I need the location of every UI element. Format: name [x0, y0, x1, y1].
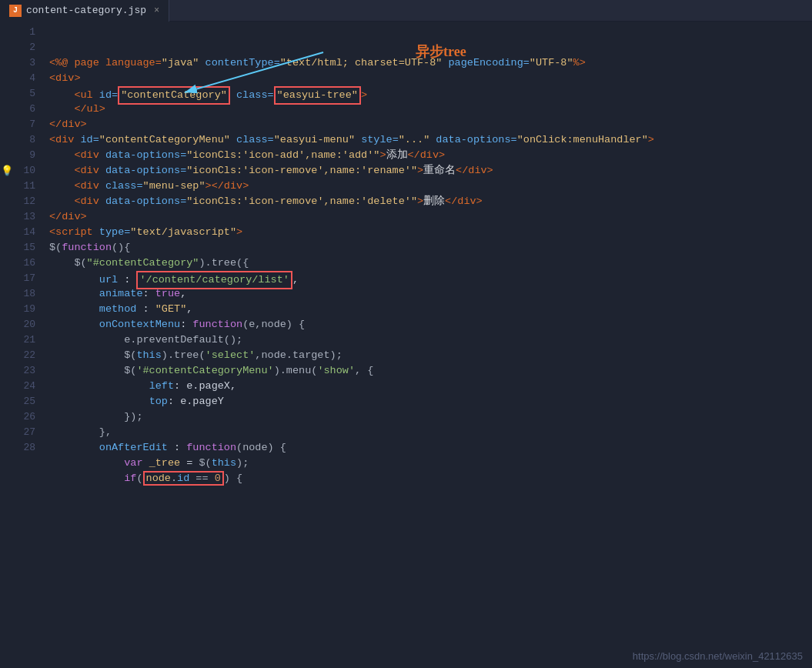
code-line: top: e.pageY	[49, 394, 812, 409]
gutter-cell	[0, 209, 14, 225]
tab-close-button[interactable]: ×	[154, 5, 159, 16]
gutter-cell: 💡	[0, 163, 14, 179]
code-line: },	[49, 425, 812, 440]
line-number: 1	[14, 25, 35, 40]
code-line: <ul id="contentCategory" class="easyui-t…	[49, 86, 812, 102]
gutter-cell	[0, 225, 14, 240]
line-number: 12	[14, 194, 35, 209]
line-number: 27	[14, 425, 35, 440]
code-line: animate: true,	[49, 286, 812, 302]
code-line: var _tree = $(this);	[49, 456, 812, 471]
gutter-cell	[0, 302, 14, 317]
line-number: 21	[14, 332, 35, 348]
line-number: 6	[14, 102, 35, 117]
line-number: 18	[14, 286, 35, 302]
code-line: left: e.pageX,	[49, 379, 812, 394]
bulb-icon: 💡	[1, 165, 13, 177]
code-line: <div class="menu-sep"></div>	[49, 179, 812, 194]
gutter-cell	[0, 71, 14, 86]
line-number: 13	[14, 209, 35, 225]
gutter-cell	[0, 332, 14, 348]
gutter-cell	[0, 286, 14, 302]
code-line: $(this).tree('select',node.target);	[49, 348, 812, 363]
gutter-cell	[0, 179, 14, 194]
code-line: method : "GET",	[49, 302, 812, 317]
line-number: 8	[14, 132, 35, 148]
line-number: 9	[14, 148, 35, 163]
gutter-cell	[0, 40, 14, 55]
code-line: </div>	[49, 117, 812, 132]
line-number: 2	[14, 40, 35, 55]
line-number: 7	[14, 117, 35, 132]
file-tab[interactable]: J content-category.jsp ×	[0, 0, 169, 22]
line-number: 3	[14, 55, 35, 71]
code-line: onContextMenu: function(e,node) {	[49, 317, 812, 332]
code-line: <div data-options="iconCls:'icon-remove'…	[49, 163, 812, 179]
line-number: 10	[14, 163, 35, 179]
gutter-cell	[0, 271, 14, 286]
line-numbers: 1234567891011121314151617181920212223242…	[14, 22, 42, 668]
gutter-cell	[0, 25, 14, 40]
line-number: 15	[14, 240, 35, 256]
code-line: </div>	[49, 209, 812, 225]
gutter-cell	[0, 379, 14, 394]
gutter-cell	[0, 117, 14, 132]
code-line: if(node.id == 0) {	[49, 471, 812, 486]
code-line: <div data-options="iconCls:'icon-add',na…	[49, 148, 812, 163]
line-number: 25	[14, 394, 35, 409]
line-number: 28	[14, 440, 35, 456]
code-line: });	[49, 409, 812, 425]
line-number: 5	[14, 86, 35, 102]
gutter-cell	[0, 317, 14, 332]
gutter-cell	[0, 363, 14, 379]
line-number: 19	[14, 302, 35, 317]
line-number: 4	[14, 71, 35, 86]
gutter-cell	[0, 348, 14, 363]
gutter-icons: 💡	[0, 22, 14, 456]
gutter-cell	[0, 425, 14, 440]
line-number: 23	[14, 363, 35, 379]
tab-filename: content-category.jsp	[26, 5, 146, 16]
code-line: <%@ page language="java" contentType="te…	[49, 55, 812, 71]
gutter-cell	[0, 240, 14, 256]
gutter-cell	[0, 102, 14, 117]
code-editor: 💡 12345678910111213141516171819202122232…	[0, 22, 812, 668]
gutter-cell	[0, 132, 14, 148]
tab-bar: J content-category.jsp ×	[0, 0, 812, 22]
line-number: 26	[14, 409, 35, 425]
gutter-cell	[0, 394, 14, 409]
line-number: 20	[14, 317, 35, 332]
line-number: 24	[14, 379, 35, 394]
code-line: $("#contentCategory").tree({	[49, 256, 812, 271]
code-line: <div data-options="iconCls:'icon-remove'…	[49, 194, 812, 209]
code-line: <div id="contentCategoryMenu" class="eas…	[49, 132, 812, 148]
gutter-cell	[0, 55, 14, 71]
line-number: 14	[14, 225, 35, 240]
line-number: 17	[14, 271, 35, 286]
line-number: 16	[14, 256, 35, 271]
gutter-cell	[0, 409, 14, 425]
code-line: onAfterEdit : function(node) {	[49, 440, 812, 456]
line-number: 11	[14, 179, 35, 194]
code-line: <div>	[49, 71, 812, 86]
gutter-cell	[0, 148, 14, 163]
editor-gutter: 💡	[0, 22, 14, 668]
gutter-cell	[0, 256, 14, 271]
gutter-cell	[0, 440, 14, 456]
code-content[interactable]: <%@ page language="java" contentType="te…	[42, 22, 812, 668]
line-number: 22	[14, 348, 35, 363]
code-line: <script type="text/javascript">	[49, 225, 812, 240]
gutter-cell	[0, 194, 14, 209]
file-type-icon: J	[9, 5, 22, 17]
code-line: e.preventDefault();	[49, 332, 812, 348]
gutter-cell	[0, 86, 14, 102]
code-line: $(function(){	[49, 240, 812, 256]
code-line: url : '/content/category/list',	[49, 271, 812, 286]
code-line: $('#contentCategoryMenu').menu('show', {	[49, 363, 812, 379]
